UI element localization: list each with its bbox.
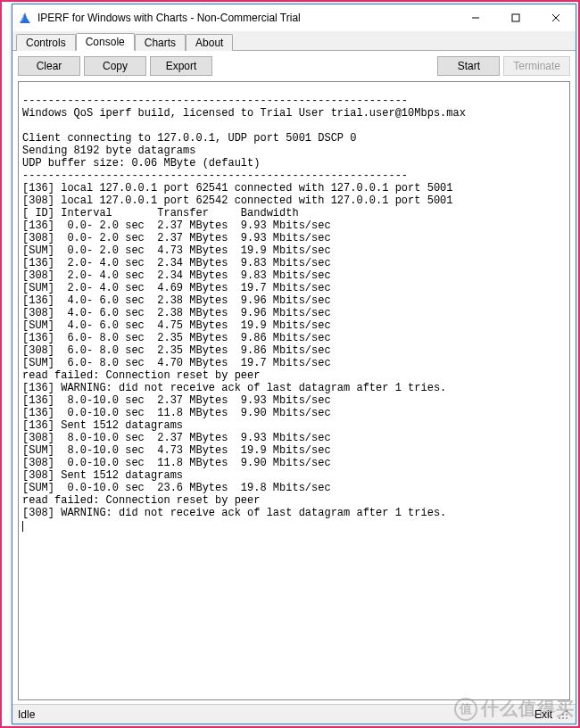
tab-charts[interactable]: Charts bbox=[135, 34, 186, 51]
svg-point-9 bbox=[559, 717, 560, 719]
svg-point-6 bbox=[566, 710, 568, 712]
console-output[interactable]: ----------------------------------------… bbox=[19, 93, 569, 700]
window-buttons bbox=[455, 4, 576, 31]
window-title: IPERF for Windows with Charts - Non-Comm… bbox=[37, 12, 455, 24]
status-text: Idle bbox=[18, 708, 534, 721]
terminate-button[interactable]: Terminate bbox=[503, 56, 570, 76]
title-bar: IPERF for Windows with Charts - Non-Comm… bbox=[12, 4, 576, 31]
tab-console[interactable]: Console bbox=[76, 33, 135, 51]
copy-button[interactable]: Copy bbox=[84, 56, 146, 76]
maximize-button[interactable] bbox=[495, 4, 535, 31]
tab-strip: Controls Console Charts About bbox=[12, 31, 576, 51]
tab-controls[interactable]: Controls bbox=[16, 34, 76, 51]
clear-button[interactable]: Clear bbox=[18, 56, 80, 76]
app-icon bbox=[18, 11, 32, 25]
svg-point-10 bbox=[562, 717, 564, 719]
status-right: Exit bbox=[534, 708, 552, 721]
status-bar: Idle Exit bbox=[12, 704, 576, 724]
svg-point-11 bbox=[566, 717, 568, 719]
app-window: IPERF for Windows with Charts - Non-Comm… bbox=[12, 4, 576, 724]
resize-grip-icon[interactable] bbox=[556, 707, 570, 722]
export-button[interactable]: Export bbox=[150, 56, 212, 76]
svg-rect-3 bbox=[512, 14, 519, 21]
svg-point-7 bbox=[562, 714, 564, 716]
start-button[interactable]: Start bbox=[437, 56, 500, 76]
svg-point-8 bbox=[566, 714, 568, 716]
close-button[interactable] bbox=[535, 4, 576, 31]
toolbar: Clear Copy Export Start Terminate bbox=[12, 51, 576, 81]
console-output-frame: ----------------------------------------… bbox=[18, 81, 570, 700]
tab-about[interactable]: About bbox=[186, 34, 233, 51]
minimize-button[interactable] bbox=[455, 4, 495, 31]
